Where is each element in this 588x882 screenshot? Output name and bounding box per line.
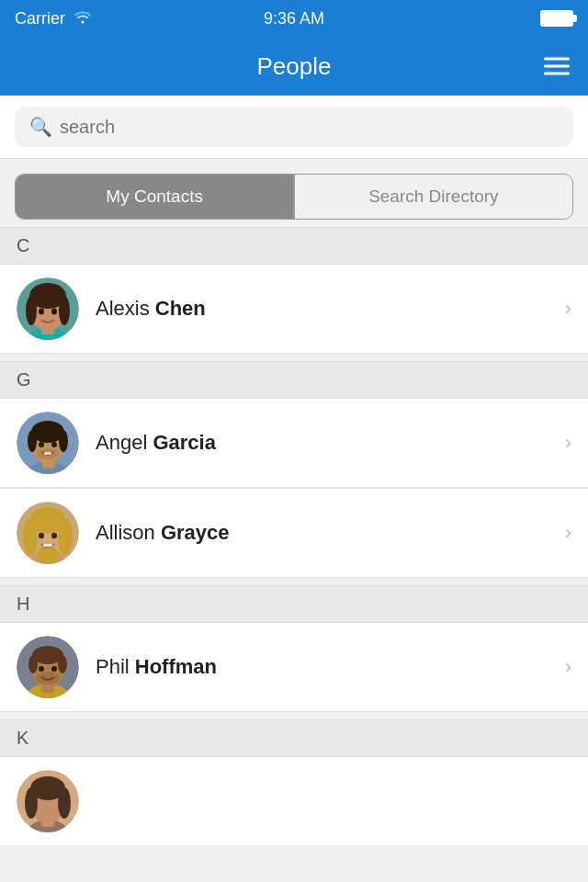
menu-line-1 <box>544 58 570 61</box>
menu-button[interactable] <box>544 58 570 75</box>
contact-name-alexis-chen: Alexis Chen <box>96 297 558 321</box>
wifi-icon <box>73 9 93 28</box>
menu-line-3 <box>544 73 570 75</box>
menu-line-2 <box>544 65 570 68</box>
svg-point-8 <box>51 309 57 315</box>
section-letter-h: H <box>17 594 29 614</box>
svg-point-18 <box>51 442 57 447</box>
chevron-alexis-chen: › <box>565 297 571 321</box>
status-bar: Carrier 9:36 AM <box>0 0 588 37</box>
svg-point-28 <box>39 533 44 538</box>
contact-row-alexis-chen[interactable]: Alexis Chen › <box>0 265 588 354</box>
segment-control: My Contacts Search Directory <box>15 174 573 220</box>
contact-name-phil-hoffman: Phil Hoffman <box>96 655 558 679</box>
svg-point-25 <box>23 518 38 555</box>
svg-point-47 <box>58 787 71 819</box>
contact-row-angel-garcia[interactable]: Angel Garcia › <box>0 399 588 488</box>
chevron-allison-grayce: › <box>565 521 571 545</box>
avatar-phil-hoffman <box>17 636 79 698</box>
segment-my-contacts[interactable]: My Contacts <box>16 175 293 219</box>
segment-search-directory[interactable]: Search Directory <box>295 175 572 219</box>
chevron-angel-garcia: › <box>565 431 571 455</box>
svg-point-46 <box>25 787 38 819</box>
section-header-c: C <box>0 227 588 265</box>
svg-point-6 <box>59 296 70 325</box>
contact-row-allison-grayce[interactable]: Allison Grayce › <box>0 488 588 578</box>
contact-row-k[interactable] <box>0 757 588 845</box>
contact-row-phil-hoffman[interactable]: Phil Hoffman › <box>0 623 588 712</box>
svg-point-40 <box>51 666 57 672</box>
time-label: 9:36 AM <box>264 9 324 28</box>
svg-point-37 <box>58 655 67 673</box>
section-header-k: K <box>0 719 588 757</box>
contact-name-angel-garcia: Angel Garcia <box>96 431 558 455</box>
battery-icon <box>540 10 573 27</box>
section-letter-k: K <box>17 728 28 748</box>
search-icon: 🔍 <box>29 116 52 138</box>
svg-point-27 <box>37 546 59 564</box>
avatar-alexis-chen <box>17 277 79 340</box>
svg-rect-30 <box>43 544 52 547</box>
nav-bar: People <box>0 37 588 96</box>
svg-point-7 <box>39 309 44 315</box>
svg-point-14 <box>28 430 37 452</box>
svg-point-17 <box>39 442 44 447</box>
section-letter-g: G <box>17 369 31 390</box>
svg-point-29 <box>51 533 57 538</box>
section-header-g: G <box>0 361 588 399</box>
avatar-k-contact <box>17 770 79 832</box>
search-input[interactable] <box>60 117 559 138</box>
section-letter-c: C <box>17 235 29 255</box>
search-container: 🔍 <box>0 96 588 159</box>
svg-point-26 <box>58 518 73 555</box>
svg-point-5 <box>26 296 37 325</box>
page-title: People <box>257 52 332 81</box>
contact-name-allison-grayce: Allison Grayce <box>96 521 558 545</box>
svg-point-38 <box>36 672 60 684</box>
carrier-label: Carrier <box>15 9 65 28</box>
svg-rect-19 <box>44 452 51 455</box>
avatar-allison-grayce <box>17 502 79 564</box>
section-header-h: H <box>0 585 588 623</box>
svg-point-15 <box>59 430 68 452</box>
svg-point-39 <box>39 666 44 672</box>
search-input-wrap[interactable]: 🔍 <box>15 107 573 147</box>
svg-point-36 <box>28 655 38 673</box>
avatar-angel-garcia <box>17 412 79 474</box>
chevron-phil-hoffman: › <box>565 655 571 679</box>
